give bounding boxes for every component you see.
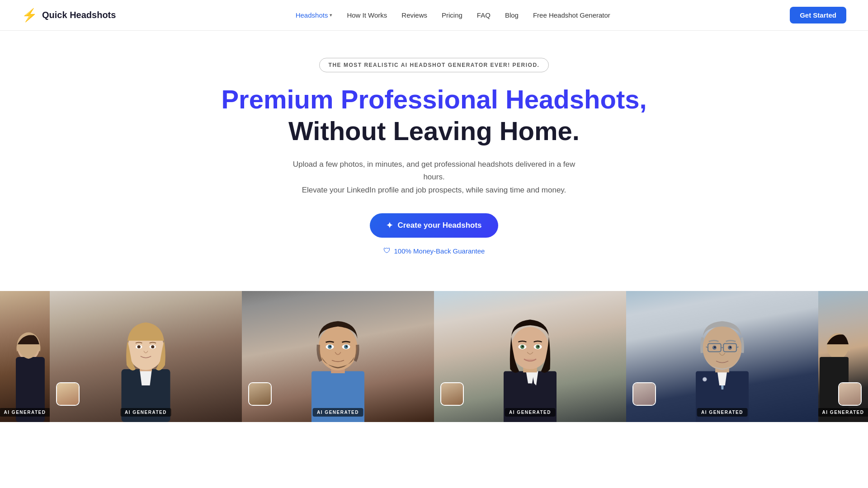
navigation: ⚡ Quick Headshots Headshots ▾ How It Wor…	[0, 0, 868, 31]
hero-title: Premium Professional Headshots, Without …	[221, 85, 646, 158]
nav-pricing[interactable]: Pricing	[442, 11, 462, 19]
ai-generated-badge-2: AI GENERATED	[120, 408, 171, 417]
gallery-thumb-4	[440, 382, 464, 406]
gallery-item-2: AI GENERATED	[50, 291, 242, 422]
nav-headshots[interactable]: Headshots ▾	[296, 11, 333, 19]
svg-point-46	[730, 347, 731, 348]
hero-title-line1: Premium Professional Headshots,	[221, 85, 646, 114]
svg-point-31	[522, 346, 524, 347]
logo[interactable]: ⚡ Quick Headshots	[22, 8, 116, 23]
gallery-item-1: AI GENERATED	[0, 291, 50, 422]
gallery-item-3: AI GENERATED	[242, 291, 434, 422]
gallery-thumb-5	[632, 382, 656, 406]
ai-generated-badge-5: AI GENERATED	[697, 408, 748, 417]
svg-point-32	[538, 346, 539, 347]
sparkle-icon: ✦	[386, 221, 393, 230]
nav-free-generator[interactable]: Free Headshot Generator	[533, 11, 610, 19]
ai-generated-badge-4: AI GENERATED	[505, 408, 556, 417]
svg-marker-5	[140, 369, 152, 385]
nav-links: Headshots ▾ How It Works Reviews Pricing…	[296, 11, 610, 19]
gallery-item-6: AI GENERATED	[818, 291, 868, 422]
ai-generated-badge-6: AI GENERATED	[818, 408, 868, 417]
shield-icon: 🛡	[383, 247, 391, 255]
gallery-item-4: AI GENERATED	[434, 291, 626, 422]
logo-text: Quick Headshots	[42, 10, 116, 20]
hero-section: THE MOST REALISTIC AI HEADSHOT GENERATOR…	[0, 31, 868, 273]
gallery-section: AI GENERATED	[0, 291, 868, 422]
create-headshots-button[interactable]: ✦ Create your Headshots	[370, 213, 498, 238]
svg-point-11	[151, 345, 154, 348]
gallery-thumb-2	[56, 382, 80, 406]
gallery-thumb-3	[248, 382, 272, 406]
ai-generated-badge-3: AI GENERATED	[312, 408, 363, 417]
ai-generated-badge-1: AI GENERATED	[0, 408, 50, 417]
svg-point-14	[318, 326, 357, 371]
svg-point-19	[330, 346, 331, 347]
nav-blog[interactable]: Blog	[505, 11, 519, 19]
chevron-down-icon: ▾	[330, 12, 332, 18]
nav-faq[interactable]: FAQ	[477, 11, 491, 19]
nav-reviews[interactable]: Reviews	[401, 11, 427, 19]
get-started-button[interactable]: Get Started	[790, 7, 846, 23]
gallery-item-5: AI GENERATED	[626, 291, 818, 422]
hero-badge: THE MOST REALISTIC AI HEADSHOT GENERATOR…	[319, 58, 549, 72]
svg-point-10	[137, 345, 141, 348]
hero-title-line2: Without Leaving Home.	[221, 117, 646, 145]
svg-point-45	[714, 347, 716, 348]
hero-subtitle: Upload a few photos, in minutes, and get…	[289, 158, 579, 197]
nav-how-it-works[interactable]: How It Works	[347, 11, 387, 19]
gallery-thumb-6	[838, 382, 862, 406]
svg-point-20	[346, 346, 348, 347]
svg-point-47	[703, 377, 707, 381]
logo-icon: ⚡	[22, 8, 38, 23]
svg-point-26	[511, 327, 549, 370]
guarantee-link[interactable]: 🛡 100% Money-Back Guarantee	[383, 247, 485, 255]
